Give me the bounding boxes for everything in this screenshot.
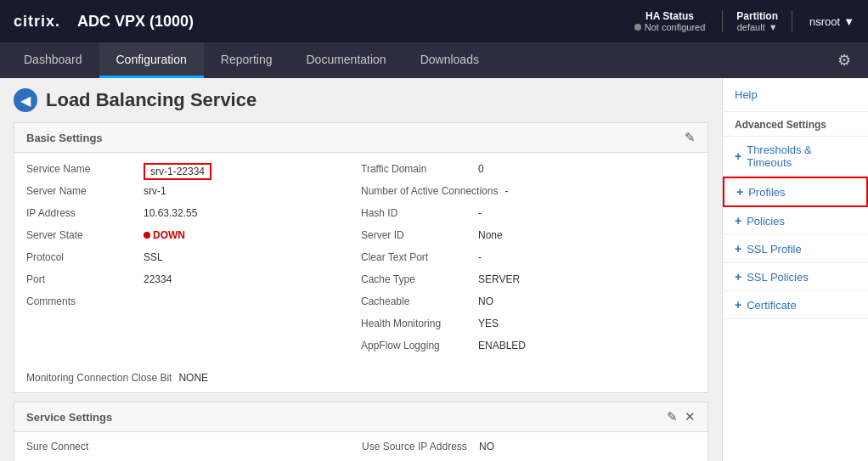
ha-status-dot-icon bbox=[634, 24, 641, 31]
field-cache-type: Cache Type SERVER bbox=[361, 273, 696, 292]
cacheable-label: Cacheable bbox=[361, 295, 471, 307]
service-settings-left-col: Sure Connect Surge Protection OFF Use Pr… bbox=[26, 441, 360, 461]
basic-settings-actions: ✎ bbox=[685, 130, 696, 145]
back-button[interactable]: ◀ bbox=[14, 88, 37, 112]
partition-value: default bbox=[737, 22, 765, 32]
basic-settings-right-col: Traffic Domain 0 Number of Active Connec… bbox=[361, 163, 696, 358]
sure-connect-label: Sure Connect bbox=[26, 441, 137, 453]
protocol-value: SSL bbox=[144, 251, 163, 263]
field-port: Port 22334 bbox=[26, 273, 361, 292]
field-protocol: Protocol SSL bbox=[26, 251, 361, 270]
sidebar: Help Advanced Settings + Thresholds & Ti… bbox=[722, 78, 868, 461]
help-link[interactable]: Help bbox=[735, 88, 758, 101]
ssl-policies-label: SSL Policies bbox=[747, 271, 809, 284]
service-settings-close-button[interactable]: ✕ bbox=[685, 409, 696, 424]
clear-text-port-label: Clear Text Port bbox=[361, 251, 471, 263]
ssl-profile-plus-icon: + bbox=[735, 242, 741, 256]
profiles-plus-icon: + bbox=[736, 185, 743, 199]
service-settings-edit-button[interactable]: ✎ bbox=[667, 409, 678, 424]
user-info[interactable]: nsroot ▼ bbox=[809, 15, 854, 28]
thresholds-plus-icon: + bbox=[735, 149, 741, 163]
page-title: Load Balancing Service bbox=[46, 89, 256, 111]
field-server-name: Server Name srv-1 bbox=[26, 185, 361, 204]
server-state-value: DOWN bbox=[144, 229, 185, 241]
active-connections-value: - bbox=[504, 185, 508, 197]
basic-settings-edit-button[interactable]: ✎ bbox=[685, 130, 696, 145]
sidebar-item-ssl-profile[interactable]: + SSL Profile bbox=[723, 235, 868, 263]
port-label: Port bbox=[26, 273, 137, 285]
user-chevron-icon: ▼ bbox=[843, 15, 854, 28]
citrix-logo: citrix. bbox=[14, 13, 60, 31]
sidebar-item-ssl-policies[interactable]: + SSL Policies bbox=[723, 263, 868, 291]
use-source-ip-label: Use Source IP Address bbox=[362, 441, 472, 453]
page-content: ◀ Load Balancing Service Basic Settings … bbox=[0, 78, 868, 461]
service-settings-right-col: Use Source IP Address NO Client Keep-Ali… bbox=[362, 441, 696, 461]
sidebar-help[interactable]: Help bbox=[723, 78, 868, 112]
ssl-profile-label: SSL Profile bbox=[747, 243, 802, 256]
ha-status-value: Not configured bbox=[645, 22, 706, 32]
profiles-label: Profiles bbox=[748, 186, 785, 199]
ip-address-value: 10.63.32.55 bbox=[144, 207, 197, 219]
thresholds-label: Thresholds & Timeouts bbox=[747, 143, 856, 169]
health-monitoring-label: Health Monitoring bbox=[361, 318, 471, 329]
protocol-label: Protocol bbox=[26, 251, 137, 263]
hash-id-label: Hash ID bbox=[361, 207, 471, 219]
app-title: ADC VPX (1000) bbox=[77, 13, 194, 31]
page-title-row: ◀ Load Balancing Service bbox=[14, 88, 708, 112]
use-source-ip-value: NO bbox=[479, 441, 494, 453]
sidebar-item-policies[interactable]: + Policies bbox=[723, 207, 868, 235]
field-hash-id: Hash ID - bbox=[361, 207, 696, 226]
user-name: nsroot bbox=[809, 15, 840, 28]
field-active-connections: Number of Active Connections - bbox=[361, 185, 696, 204]
service-settings-title: Service Settings bbox=[26, 411, 112, 424]
ha-status-row: Not configured bbox=[634, 22, 706, 32]
basic-settings-section: Basic Settings ✎ Service Name srv-1-2233… bbox=[14, 122, 708, 393]
policies-plus-icon: + bbox=[735, 214, 741, 228]
field-cacheable: Cacheable NO bbox=[361, 295, 696, 314]
partition-block: Partition default ▼ bbox=[722, 10, 792, 32]
service-settings-actions: ✎ ✕ bbox=[667, 409, 696, 424]
cache-type-value: SERVER bbox=[478, 273, 520, 285]
clear-text-port-value: - bbox=[478, 251, 482, 263]
tab-documentation[interactable]: Documentation bbox=[289, 42, 403, 78]
appflow-logging-label: AppFlow Logging bbox=[361, 340, 471, 351]
settings-gear-icon[interactable]: ⚙ bbox=[827, 51, 861, 70]
tab-downloads[interactable]: Downloads bbox=[403, 42, 496, 78]
traffic-domain-label: Traffic Domain bbox=[361, 163, 471, 175]
monitoring-row: Monitoring Connection Close Bit NONE bbox=[14, 368, 707, 392]
active-connections-label: Number of Active Connections bbox=[361, 185, 498, 197]
tab-reporting[interactable]: Reporting bbox=[204, 42, 290, 78]
server-id-label: Server ID bbox=[361, 229, 471, 241]
server-state-label: Server State bbox=[26, 229, 137, 241]
sidebar-item-certificate[interactable]: + Certificate bbox=[723, 291, 868, 319]
partition-value-row[interactable]: default ▼ bbox=[737, 22, 778, 32]
service-name-label: Service Name bbox=[26, 163, 137, 175]
field-appflow-logging: AppFlow Logging ENABLED bbox=[361, 340, 696, 358]
monitoring-value: NONE bbox=[178, 372, 208, 384]
monitoring-label: Monitoring Connection Close Bit bbox=[26, 372, 172, 384]
server-id-value: None bbox=[478, 229, 503, 241]
tab-configuration[interactable]: Configuration bbox=[99, 42, 204, 78]
citrix-brand: citrix. bbox=[14, 13, 60, 31]
sidebar-item-thresholds[interactable]: + Thresholds & Timeouts bbox=[723, 137, 868, 177]
field-use-source-ip: Use Source IP Address NO bbox=[362, 441, 696, 459]
server-name-value: srv-1 bbox=[144, 185, 166, 197]
ha-status-label: HA Status bbox=[645, 10, 694, 22]
certificate-label: Certificate bbox=[747, 299, 797, 312]
service-settings-grid: Sure Connect Surge Protection OFF Use Pr… bbox=[14, 432, 707, 461]
tab-dashboard[interactable]: Dashboard bbox=[7, 42, 99, 78]
policies-label: Policies bbox=[747, 215, 785, 228]
server-name-label: Server Name bbox=[26, 185, 137, 197]
partition-chevron-icon: ▼ bbox=[769, 22, 778, 32]
field-traffic-domain: Traffic Domain 0 bbox=[361, 163, 696, 182]
down-dot-icon bbox=[144, 232, 150, 239]
field-service-name: Service Name srv-1-22334 bbox=[26, 163, 361, 182]
sidebar-item-profiles[interactable]: + Profiles bbox=[723, 177, 868, 207]
cache-type-label: Cache Type bbox=[361, 273, 471, 285]
field-server-state: Server State DOWN bbox=[26, 229, 361, 248]
sidebar-advanced-settings-title: Advanced Settings bbox=[723, 112, 868, 137]
certificate-plus-icon: + bbox=[735, 298, 741, 312]
basic-settings-grid: Service Name srv-1-22334 Server Name srv… bbox=[14, 153, 707, 368]
field-server-id: Server ID None bbox=[361, 229, 696, 248]
top-header: citrix. ADC VPX (1000) HA Status Not con… bbox=[0, 0, 868, 42]
